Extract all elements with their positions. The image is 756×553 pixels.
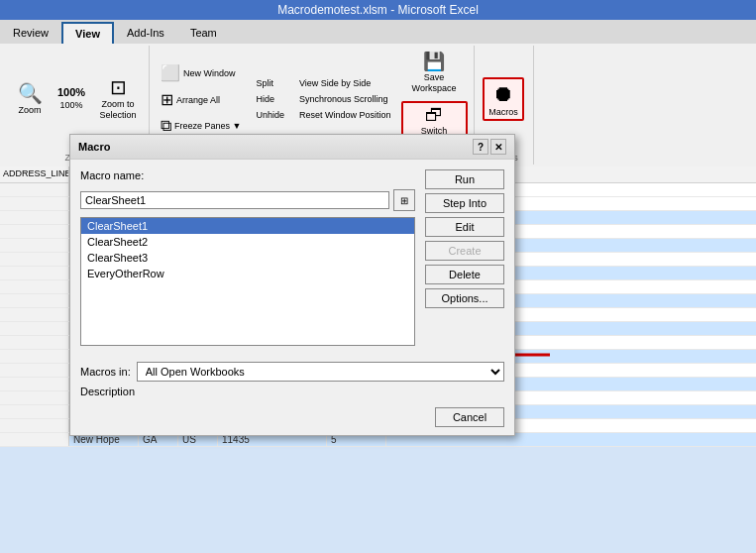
modal-overlay: Macro ? ✕ Macro name: ⊞ ClearSheet [0,0,756,553]
delete-button[interactable]: Delete [425,265,504,284]
macros-in-select[interactable]: All Open Workbooks This Workbook [137,362,504,382]
description-label: Description [80,386,504,397]
macro-name-input[interactable] [80,191,389,209]
macro-name-label: Macro name: [80,169,415,181]
macro-list-item-clearsheet3[interactable]: ClearSheet3 [81,250,414,266]
edit-button[interactable]: Edit [425,217,504,237]
dialog-right: Run Step Into Edit Create Delete Options… [425,169,504,346]
macros-in-row: Macros in: All Open Workbooks This Workb… [80,362,504,382]
dialog-body: Macro name: ⊞ ClearSheet1 ClearSheet2 Cl… [70,160,514,356]
create-button: Create [425,241,504,261]
cancel-btn-row: Cancel [70,403,514,435]
macro-dialog: Macro ? ✕ Macro name: ⊞ ClearSheet [69,134,515,436]
dialog-footer: Macros in: All Open Workbooks This Workb… [70,356,514,403]
dialog-help-button[interactable]: ? [473,139,488,155]
dialog-left: Macro name: ⊞ ClearSheet1 ClearSheet2 Cl… [80,169,415,346]
macro-name-browse-button[interactable]: ⊞ [393,189,415,211]
step-into-button[interactable]: Step Into [425,193,504,213]
dialog-title-bar: Macro ? ✕ [70,135,514,160]
macro-list-item-clearsheet2[interactable]: ClearSheet2 [81,234,414,250]
macro-list[interactable]: ClearSheet1 ClearSheet2 ClearSheet3 Ever… [80,217,415,346]
options-button[interactable]: Options... [425,288,504,308]
macros-in-label: Macros in: [80,366,131,378]
cancel-button[interactable]: Cancel [435,407,504,427]
macro-list-item-everyotherrow[interactable]: EveryOtherRow [81,266,414,281]
dialog-title: Macro [78,141,110,153]
macro-name-row: ⊞ [80,189,415,211]
run-button[interactable]: Run [425,169,504,189]
macro-list-item-clearsheet1[interactable]: ClearSheet1 [81,218,414,234]
dialog-close-button[interactable]: ✕ [490,139,506,155]
dialog-title-buttons: ? ✕ [473,139,506,155]
